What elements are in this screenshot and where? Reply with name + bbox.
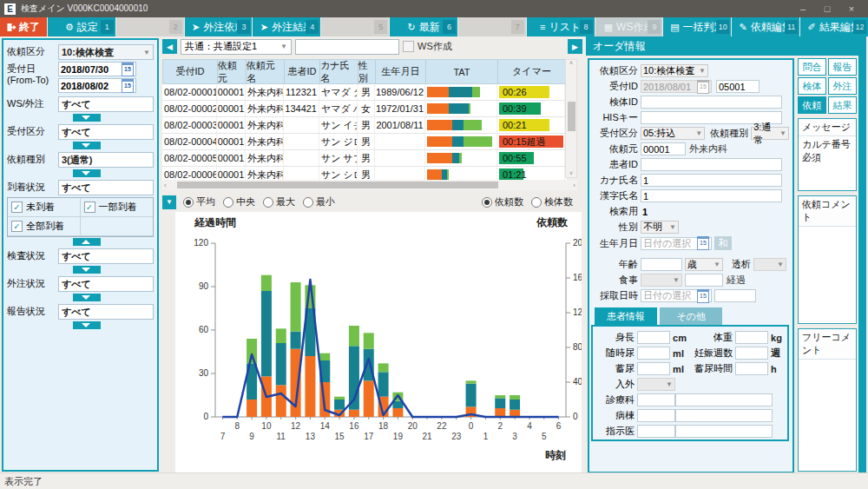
expander-down-button[interactable] (73, 142, 101, 149)
accept-number-input[interactable]: 05001 (716, 80, 760, 93)
stat-radio-平均[interactable]: 平均 (183, 195, 215, 208)
tab-その他[interactable]: その他 (660, 307, 722, 325)
accept-class-select[interactable]: 05:持込▼ (641, 127, 705, 140)
spot-urine-input[interactable] (637, 347, 670, 360)
table-horizontal-scrollbar[interactable]: ‹› (162, 180, 577, 190)
table-row[interactable]: 08/02-0000400001外来内科サン ジロウ男00:15超過 (162, 134, 567, 150)
stat-radio-最小[interactable]: 最小 (303, 195, 335, 208)
filter-field-受付区分: 受付区分すべて (7, 124, 154, 140)
age-unit-select[interactable]: 歳▼ (685, 258, 723, 271)
checkbox-全部到着[interactable]: ✓全部到着 (8, 217, 81, 236)
chart-collapse-button[interactable]: ▼ (162, 195, 176, 209)
table-vertical-scrollbar[interactable]: ˄˅ (565, 59, 577, 178)
ward-code-input[interactable] (637, 409, 675, 422)
expander-down-button[interactable] (73, 169, 101, 177)
scrollbar-thumb[interactable] (568, 102, 575, 131)
exit-button[interactable]: 終了 (0, 17, 47, 36)
date-to-input[interactable]: 2018/08/0215 (58, 78, 136, 93)
prev-page-button[interactable]: ◀ (162, 39, 177, 54)
table-row[interactable]: 08/02-0000300001外来内科サン イチロウ男2001/08/1100… (162, 117, 567, 134)
filter-input[interactable]: すべて (58, 304, 154, 320)
toolbar-button-リスト[interactable]: ≡リスト8 (527, 17, 595, 36)
scrollbar-thumb[interactable] (177, 182, 498, 188)
expander-down-button[interactable] (73, 266, 101, 274)
preset-select[interactable]: 共通：共通設定1 ▼ (181, 39, 292, 55)
toolbar-button-結果編集[interactable]: ✐結果編集12 (800, 17, 868, 36)
checkbox-label: 未到着 (26, 201, 55, 214)
toolbar-button-設定[interactable]: ⚙設定1 (48, 17, 115, 36)
toolbar-button-最新[interactable]: ↻最新6 (390, 17, 457, 36)
filter-input[interactable]: 3(通常) (58, 152, 154, 168)
table-row[interactable]: 08/02-0000200001外来内科134421ヤマダ ハナコ女1972/0… (162, 101, 567, 117)
height-input[interactable] (637, 331, 670, 344)
filter-input[interactable]: すべて (58, 180, 154, 195)
urine-time-input[interactable] (735, 362, 768, 375)
kanji-name-input[interactable]: 1 (641, 189, 782, 202)
birth-date-input[interactable]: 日付の選択15 (641, 237, 712, 250)
cell (284, 150, 319, 166)
request-source-input[interactable]: 00001 (641, 142, 686, 155)
side-tab-検体[interactable]: 検体 (798, 77, 826, 95)
request-kind-select[interactable]: 3:通常▼ (751, 127, 789, 140)
specimen-id-input[interactable] (641, 96, 782, 109)
filter-label: 検査状況 (7, 248, 58, 264)
kana-name-input[interactable]: 1 (641, 174, 782, 187)
side-tab-外注[interactable]: 外注 (828, 77, 857, 95)
side-column: 問合報告検体外注依頼結果 メッセージ カルテ番号必須 依頼コメント フリーコメン… (798, 58, 857, 473)
filter-input[interactable]: すべて (58, 248, 154, 264)
expander-down-button[interactable] (73, 321, 101, 329)
tab-患者情報[interactable]: 患者情報 (595, 307, 657, 325)
side-tab-報告[interactable]: 報告 (828, 58, 857, 76)
minimize-button[interactable]: – (791, 0, 815, 17)
toolbar-button-依頼編集[interactable]: ✎依頼編集11 (732, 17, 799, 36)
checkbox-一部到着[interactable]: ✓一部到着 (81, 198, 154, 217)
meal-hours-input[interactable] (685, 274, 723, 287)
table-row[interactable]: 08/02-0000100001外来内科112321ヤマダ タロウ男1989/0… (162, 84, 567, 101)
expander-down-button[interactable] (73, 114, 101, 122)
date-from-input[interactable]: 2018/07/3015 (58, 62, 136, 76)
stat-radio-最大[interactable]: 最大 (263, 195, 295, 208)
filter-field-報告状況: 報告状況すべて (7, 304, 154, 320)
column-header-カナ氏名: カナ氏名 (320, 60, 358, 83)
metric-radio-依頼数[interactable]: 依頼数 (482, 195, 523, 208)
table-row[interactable]: 08/02-0000500001外来内科サン サブロウ男00:55 (162, 150, 567, 167)
expander-up-button[interactable] (73, 238, 101, 246)
collect-time-input[interactable] (714, 289, 756, 302)
pregnancy-weeks-input[interactable] (735, 347, 768, 360)
side-tab-問合[interactable]: 問合 (798, 58, 826, 76)
checkbox-未到着[interactable]: ✓未到着 (8, 198, 81, 217)
ws-create-checkbox[interactable]: ✓ WS作成 (403, 40, 452, 53)
filter-select[interactable]: 10:検体検査▼ (58, 44, 154, 60)
filter-input[interactable]: すべて (58, 96, 154, 112)
toolbar-button-外注依頼[interactable]: ➤外注依頼3 (185, 17, 253, 36)
toolbar-button-一括判定[interactable]: ▤一括判定10 (663, 17, 731, 36)
ward-name-input[interactable] (675, 409, 773, 422)
doctor-code-input[interactable] (637, 425, 675, 438)
metric-radio-検体数[interactable]: 検体数 (531, 195, 573, 208)
side-tab-依頼[interactable]: 依頼 (798, 96, 826, 114)
filter-input[interactable]: すべて (58, 124, 154, 140)
weight-input[interactable] (735, 331, 768, 344)
age-input[interactable] (641, 258, 682, 271)
expander-down-button[interactable] (73, 294, 101, 301)
chevron-down-icon: ▼ (779, 129, 786, 137)
patient-tabs: 患者情報その他 (595, 307, 789, 325)
filter-input[interactable]: すべて (58, 276, 154, 292)
patient-id-input[interactable] (641, 158, 782, 171)
doctor-name-input[interactable] (675, 425, 773, 438)
collect-date-input[interactable]: 日付の選択15 (641, 289, 712, 302)
search-input[interactable] (295, 39, 399, 55)
svg-text:80: 80 (573, 342, 582, 352)
request-type-select[interactable]: 10:検体検査▼ (641, 64, 708, 77)
toolbar-button-外注結果[interactable]: ➤外注結果4 (253, 17, 320, 36)
filter-control: すべて (58, 248, 154, 264)
maximize-button[interactable]: □ (815, 0, 839, 17)
department-code-input[interactable] (637, 393, 675, 406)
pooled-urine-input[interactable] (637, 362, 670, 375)
department-name-input[interactable] (675, 393, 773, 406)
close-button[interactable]: × (839, 0, 864, 17)
sex-select[interactable]: 不明▼ (641, 221, 679, 234)
next-page-button[interactable]: ▶ (568, 39, 582, 54)
side-tab-結果[interactable]: 結果 (828, 96, 857, 114)
stat-radio-中央[interactable]: 中央 (223, 195, 255, 208)
